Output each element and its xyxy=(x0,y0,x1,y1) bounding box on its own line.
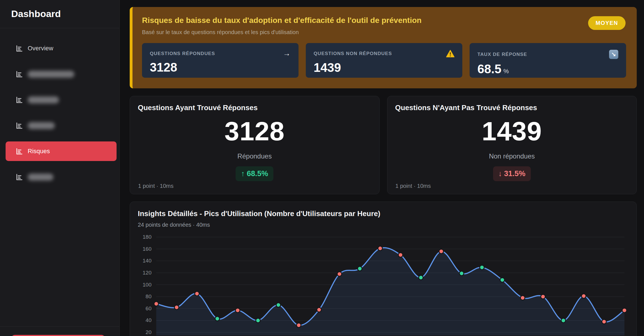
arrow-right-icon: → xyxy=(283,50,291,57)
sidebar-item-redacted-4[interactable] xyxy=(6,167,117,187)
bar-chart-icon xyxy=(15,122,23,129)
redacted-label xyxy=(28,174,53,181)
sidebar-item-overview[interactable]: Overview xyxy=(6,39,117,58)
stat-questions-repondues: QUESTIONS RÉPONDUES → 3128 xyxy=(142,43,299,78)
card-questions-non-repondues: Questions N'Ayant Pas Trouvé Réponses 14… xyxy=(387,96,637,194)
sidebar-bottom-button[interactable] xyxy=(11,335,106,336)
bar-chart-icon xyxy=(15,70,23,78)
alert-subtitle: Basé sur le taux de questions répondues … xyxy=(142,29,626,36)
svg-text:140: 140 xyxy=(143,258,151,264)
stat-questions-non-repondues: QUESTIONS NON RÉPONDUES 1439 xyxy=(306,43,462,78)
stat-unit: % xyxy=(503,68,509,75)
sidebar-item-risques[interactable]: Risques xyxy=(6,141,117,161)
delta-badge-down: ↓31.5% xyxy=(493,166,531,181)
usage-line-chart: 18016014012010080604020 xyxy=(139,233,631,335)
stat-label: QUESTIONS NON RÉPONDUES xyxy=(314,51,392,56)
dashboard-page: { "sidebar": { "title": "Dashboard", "it… xyxy=(0,0,644,336)
sidebar-bottom-divider xyxy=(0,326,119,326)
chart-title: Insights Détaillés - Pics d'Utilisation … xyxy=(138,209,629,218)
svg-text:100: 100 xyxy=(143,282,151,288)
card-title: Questions Ayant Trouvé Réponses xyxy=(138,103,371,112)
sidebar-item-redacted-1[interactable] xyxy=(6,64,117,84)
svg-text:40: 40 xyxy=(146,317,151,323)
kpi-label: Non répondues xyxy=(387,152,637,160)
arrow-down-right-icon: ↘ xyxy=(609,50,618,59)
svg-text:180: 180 xyxy=(143,234,151,240)
kpi-label: Répondues xyxy=(130,152,379,160)
stat-value: 1439 xyxy=(314,61,454,75)
arrow-down-icon: ↓ xyxy=(498,169,502,178)
card-footer: 1 point · 10ms xyxy=(138,183,174,189)
stat-label: QUESTIONS RÉPONDUES xyxy=(150,51,215,56)
svg-text:60: 60 xyxy=(146,306,151,311)
sidebar-item-redacted-2[interactable] xyxy=(6,90,117,110)
sidebar-item-redacted-3[interactable] xyxy=(6,116,117,135)
bar-chart-icon xyxy=(15,45,23,52)
sidebar-item-label: Overview xyxy=(28,45,53,52)
svg-text:20: 20 xyxy=(146,329,151,335)
svg-text:160: 160 xyxy=(143,246,151,252)
bar-chart-icon xyxy=(15,148,23,155)
card-title: Questions N'Ayant Pas Trouvé Réponses xyxy=(395,103,629,112)
card-footer: 1 point · 10ms xyxy=(396,183,431,189)
risk-alert-banner: Risques de baisse du taux d'adoption et … xyxy=(130,7,637,88)
arrow-up-icon: ↑ xyxy=(241,169,245,178)
warning-icon xyxy=(446,50,454,58)
usage-insights-card: Insights Détaillés - Pics d'Utilisation … xyxy=(130,202,637,336)
main-content: Risques de baisse du taux d'adoption et … xyxy=(120,0,644,336)
redacted-label xyxy=(28,122,55,129)
kpi-value: 1439 xyxy=(387,118,637,145)
app-title: Dashboard xyxy=(0,0,119,18)
bar-chart-icon xyxy=(15,96,23,104)
kpi-cards-row: Questions Ayant Trouvé Réponses 3128 Rép… xyxy=(130,96,637,194)
redacted-label xyxy=(28,71,74,78)
card-questions-repondues: Questions Ayant Trouvé Réponses 3128 Rép… xyxy=(130,96,380,194)
severity-badge: MOYEN xyxy=(588,16,626,30)
alert-title: Risques de baisse du taux d'adoption et … xyxy=(142,16,626,25)
kpi-value: 3128 xyxy=(130,118,379,145)
redacted-label xyxy=(28,96,59,103)
stat-taux-de-reponse: TAUX DE RÉPONSE ↘ 68.5% xyxy=(470,43,626,78)
stat-value: 3128 xyxy=(150,60,291,74)
sidebar-item-label: Risques xyxy=(28,148,50,155)
stat-label: TAUX DE RÉPONSE xyxy=(477,52,527,57)
alert-stats-row: QUESTIONS RÉPONDUES → 3128 QUESTIONS NON… xyxy=(142,43,626,78)
sidebar-nav: Overview Risques xyxy=(0,28,119,187)
stat-value: 68.5% xyxy=(477,62,618,76)
bar-chart-icon xyxy=(15,173,23,181)
svg-text:120: 120 xyxy=(143,270,151,276)
svg-text:80: 80 xyxy=(146,294,151,299)
sidebar: Dashboard Overview Risques xyxy=(0,0,120,336)
chart-subtitle: 24 points de données · 40ms xyxy=(138,222,629,228)
delta-badge-up: ↑68.5% xyxy=(236,166,273,181)
